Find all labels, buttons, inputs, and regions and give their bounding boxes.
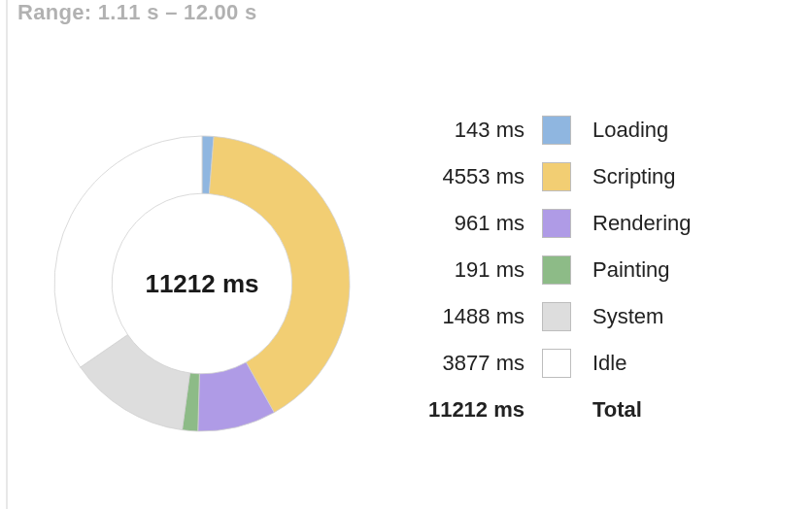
donut-slice-idle — [54, 136, 202, 367]
legend-label: Rendering — [592, 211, 692, 236]
legend-value: 143 ms — [416, 118, 542, 143]
legend-swatch-idle — [542, 349, 571, 378]
legend-label: Loading — [592, 118, 668, 143]
legend-label: Idle — [592, 351, 626, 376]
legend-value: 191 ms — [416, 257, 542, 283]
chart-center-total: 11212 ms — [145, 269, 258, 299]
legend-swatch-loading — [542, 116, 571, 145]
legend-swatch-rendering — [542, 209, 571, 238]
legend-label: Painting — [592, 257, 670, 283]
range-label: Range: 1.11 s – 12.00 s — [17, 0, 257, 25]
legend-row-system: 1488 msSystem — [416, 302, 692, 331]
donut-chart: 11212 ms — [47, 128, 357, 439]
legend-total-label: Total — [592, 397, 642, 423]
legend-swatch-scripting — [542, 162, 571, 191]
legend-value: 1488 ms — [416, 304, 542, 329]
legend-value: 4553 ms — [416, 164, 542, 189]
legend-row-loading: 143 msLoading — [416, 116, 692, 145]
legend-row-rendering: 961 msRendering — [416, 209, 692, 238]
legend-row-total: 11212 msTotal — [416, 395, 692, 424]
legend-swatch-system — [542, 302, 571, 331]
legend-row-scripting: 4553 msScripting — [416, 162, 692, 191]
legend-value: 3877 ms — [416, 351, 542, 376]
legend-label: System — [592, 304, 663, 329]
legend-label: Scripting — [592, 164, 676, 189]
legend-value: 961 ms — [416, 211, 542, 236]
legend-swatch-painting — [542, 255, 571, 285]
chart-legend: 143 msLoading4553 msScripting961 msRende… — [416, 104, 692, 424]
legend-total-value: 11212 ms — [416, 397, 542, 423]
summary-panel: 11212 ms 143 msLoading4553 msScripting96… — [6, 0, 812, 509]
legend-row-idle: 3877 msIdle — [416, 349, 692, 378]
legend-row-painting: 191 msPainting — [416, 255, 692, 285]
